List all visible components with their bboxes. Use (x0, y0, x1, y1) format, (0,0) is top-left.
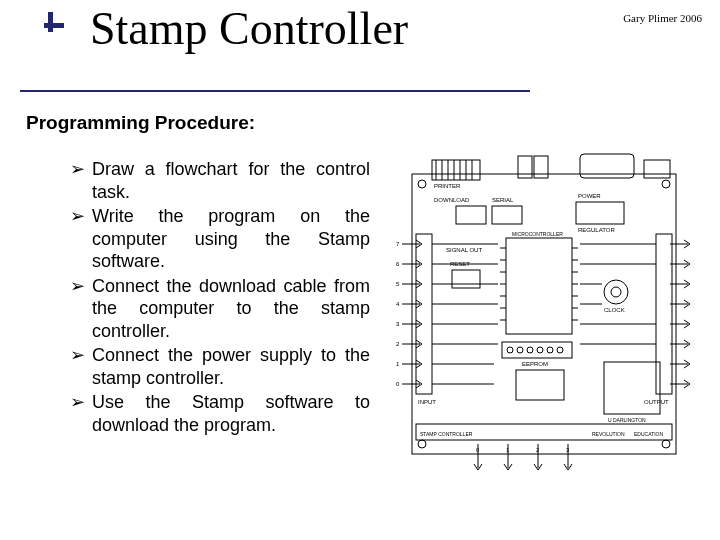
svg-point-23 (537, 347, 543, 353)
label-printer: PRINTER (434, 183, 461, 189)
svg-point-1 (418, 180, 426, 188)
pin-label: 2 (536, 447, 540, 453)
pin-label: 3 (396, 321, 400, 327)
pin-label: 0 (396, 381, 400, 387)
pin-label: 6 (396, 261, 400, 267)
bullet-text: Use the Stamp software to download the p… (92, 391, 370, 436)
label-brand-a: REVOLUTION (592, 431, 625, 437)
svg-rect-18 (452, 270, 480, 288)
label-download: DOWNLOAD (434, 197, 470, 203)
label-signal-out: SIGNAL OUT (446, 247, 482, 253)
bullet-arrow-icon: ➢ (70, 275, 92, 343)
list-item: ➢ Write the program on the computer usin… (70, 205, 370, 273)
label-board-title: STAMP CONTROLLER (420, 431, 473, 437)
slide-title: Stamp Controller (90, 2, 408, 55)
list-item: ➢ Connect the power supply to the stamp … (70, 344, 370, 389)
svg-point-3 (418, 440, 426, 448)
bullet-arrow-icon: ➢ (70, 205, 92, 273)
svg-point-25 (557, 347, 563, 353)
bullet-text: Connect the power supply to the stamp co… (92, 344, 370, 389)
bottom-arrows-icon (474, 444, 572, 470)
svg-rect-13 (492, 206, 522, 224)
svg-rect-27 (604, 362, 660, 414)
svg-point-17 (611, 287, 621, 297)
svg-point-20 (507, 347, 513, 353)
label-clock: CLOCK (604, 307, 625, 313)
svg-rect-14 (576, 202, 624, 224)
pin-label: 7 (396, 241, 400, 247)
bullet-text: Write the program on the computer using … (92, 205, 370, 273)
label-darlington: U DARLINGTON (608, 417, 646, 423)
bullet-arrow-icon: ➢ (70, 344, 92, 389)
pin-label: 1 (506, 447, 510, 453)
title-rule (20, 90, 530, 92)
section-subheading: Programming Procedure: (26, 112, 255, 134)
list-item: ➢ Connect the download cable from the co… (70, 275, 370, 343)
corner-mark-icon (44, 12, 64, 32)
board-diagram: PRINTER DOWNLOAD SERIAL POWER REGULATOR … (394, 152, 694, 472)
svg-rect-0 (412, 174, 676, 454)
list-item: ➢ Draw a flowchart for the control task. (70, 158, 370, 203)
svg-rect-10 (416, 234, 432, 394)
pin-label: 5 (396, 281, 400, 287)
pin-label: 3 (566, 447, 570, 453)
svg-point-22 (527, 347, 533, 353)
svg-point-21 (517, 347, 523, 353)
pin-label: 4 (396, 301, 400, 307)
label-micro: MICROCONTROLLER (512, 231, 563, 237)
label-serial: SERIAL (492, 197, 514, 203)
svg-rect-11 (656, 234, 672, 394)
svg-point-2 (662, 180, 670, 188)
pin-label: 2 (396, 341, 400, 347)
bullet-arrow-icon: ➢ (70, 391, 92, 436)
label-input: INPUT (418, 399, 436, 405)
attribution-text: Gary Plimer 2006 (623, 12, 702, 24)
slide-root: Stamp Controller Gary Plimer 2006 Progra… (0, 0, 720, 540)
label-brand-b: EDUCATION (634, 431, 663, 437)
svg-point-4 (662, 440, 670, 448)
label-eeprom: EEPROM (522, 361, 548, 367)
bullet-arrow-icon: ➢ (70, 158, 92, 203)
svg-rect-6 (518, 156, 532, 178)
svg-rect-12 (456, 206, 486, 224)
bullet-text: Connect the download cable from the comp… (92, 275, 370, 343)
svg-rect-5 (432, 160, 480, 180)
pin-label: 0 (476, 447, 480, 453)
pin-label: 1 (396, 361, 400, 367)
output-arrows-icon (670, 240, 690, 388)
bullet-text: Draw a flowchart for the control task. (92, 158, 370, 203)
svg-rect-7 (534, 156, 548, 178)
label-power: POWER (578, 193, 601, 199)
label-regulator: REGULATOR (578, 227, 615, 233)
svg-rect-26 (516, 370, 564, 400)
list-item: ➢ Use the Stamp software to download the… (70, 391, 370, 436)
label-output: OUTPUT (644, 399, 669, 405)
svg-point-24 (547, 347, 553, 353)
svg-rect-9 (644, 160, 670, 178)
bullet-list: ➢ Draw a flowchart for the control task.… (70, 158, 370, 438)
svg-point-16 (604, 280, 628, 304)
label-reset: RESET (450, 261, 470, 267)
svg-rect-15 (506, 238, 572, 334)
